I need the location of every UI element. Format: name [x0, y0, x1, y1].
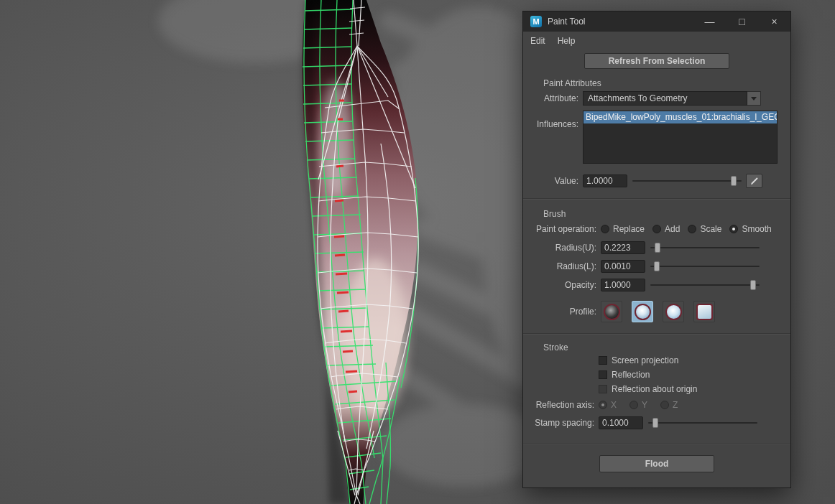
square-brush-icon — [696, 304, 713, 320]
reflection-label: Reflection — [612, 370, 650, 380]
radio-scale[interactable]: Scale — [688, 224, 721, 234]
reflection-about-origin-label: Reflection about origin — [612, 384, 697, 394]
window-title: Paint Tool — [548, 17, 585, 27]
opacity-slider[interactable] — [650, 279, 760, 291]
brush-profiles — [601, 301, 715, 322]
stamp-spacing-slider[interactable] — [648, 417, 757, 429]
value-input[interactable] — [583, 174, 627, 187]
maya-icon-letter: M — [532, 17, 539, 26]
value-label: Value: — [523, 176, 578, 186]
minimize-button[interactable]: — — [693, 11, 726, 32]
maximize-icon: □ — [739, 16, 744, 27]
screen-projection-row: Screen projection — [523, 353, 790, 368]
maya-app-icon: M — [530, 16, 542, 27]
radio-axis-x: X — [599, 400, 617, 410]
radio-replace[interactable]: Replace — [601, 224, 645, 234]
reflection-about-origin-row: Reflection about origin — [523, 382, 790, 396]
minimize-icon: — — [705, 16, 715, 27]
brush-profile-square-button[interactable] — [693, 301, 715, 322]
attribute-dropdown-button[interactable] — [747, 91, 761, 106]
attribute-dropdown[interactable]: Attachments To Geometry — [583, 91, 761, 106]
maya-application: M Paint Tool — □ × Edit Help Refresh Fro… — [0, 0, 835, 504]
value-row: Value: — [523, 171, 790, 191]
radius-u-row: Radius(U): — [523, 238, 790, 257]
replace-label: Replace — [613, 224, 645, 234]
reflection-axis-label: Reflection axis: — [523, 400, 594, 410]
opacity-input[interactable] — [601, 279, 645, 291]
reflection-axis-row: Reflection axis: X Y Z — [523, 396, 790, 414]
axis-z-label: Z — [673, 400, 678, 410]
attribute-dropdown-value: Attachments To Geometry — [583, 91, 747, 106]
list-item[interactable]: BipedMike_lowPoly_muscles_01:brachialis_… — [583, 111, 777, 123]
paint-tool-window: M Paint Tool — □ × Edit Help Refresh Fro… — [522, 11, 791, 488]
window-titlebar[interactable]: M Paint Tool — □ × — [523, 11, 790, 32]
add-label: Add — [665, 224, 680, 234]
reflection-row: Reflection — [523, 368, 790, 382]
radius-l-input[interactable] — [601, 260, 645, 273]
brush-profile-soft-falloff-button[interactable] — [601, 301, 622, 322]
close-icon: × — [771, 16, 777, 27]
section-separator — [523, 198, 790, 200]
radius-l-slider[interactable] — [650, 261, 760, 272]
radius-u-label: Radius(U): — [523, 243, 596, 253]
radio-axis-z: Z — [660, 400, 678, 410]
maximize-button[interactable]: □ — [726, 11, 758, 32]
pencil-icon — [749, 176, 760, 186]
section-paint-attributes-title: Paint Attributes — [523, 78, 790, 89]
menubar: Edit Help — [523, 32, 790, 50]
chevron-down-icon — [751, 97, 757, 101]
profile-row: Profile: — [523, 300, 790, 323]
section-brush-title: Brush — [523, 208, 790, 220]
stamp-spacing-label: Stamp spacing: — [523, 418, 594, 428]
soft-falloff-brush-icon — [604, 304, 620, 320]
reflection-checkbox[interactable] — [599, 370, 607, 379]
radius-l-row: Radius(L): — [523, 257, 790, 276]
axis-x-label: X — [611, 400, 617, 410]
menu-edit[interactable]: Edit — [530, 36, 545, 46]
radius-l-slider-handle[interactable] — [654, 261, 660, 271]
radius-u-slider-handle[interactable] — [655, 243, 660, 253]
screen-projection-checkbox[interactable] — [599, 356, 607, 365]
value-slider-handle[interactable] — [731, 176, 737, 186]
stamp-spacing-input[interactable] — [599, 416, 643, 429]
solid-brush-icon — [665, 304, 682, 320]
axis-z-radio-icon — [660, 401, 669, 409]
axis-x-radio-icon — [599, 401, 607, 409]
profile-label: Profile: — [523, 307, 596, 317]
value-slider[interactable] — [632, 175, 742, 187]
paint-operation-row: Paint operation: Replace Add Scale Smoot… — [523, 220, 790, 238]
refresh-from-selection-button[interactable]: Refresh From Selection — [584, 53, 729, 69]
smooth-label: Smooth — [742, 224, 771, 234]
close-button[interactable]: × — [758, 11, 790, 32]
gaussian-brush-icon — [635, 304, 651, 320]
section-stroke-title: Stroke — [523, 342, 790, 353]
scale-radio-icon[interactable] — [688, 225, 696, 233]
radio-smooth[interactable]: Smooth — [729, 224, 771, 234]
flood-button[interactable]: Flood — [599, 455, 714, 472]
attribute-label: Attribute: — [523, 93, 578, 103]
reflection-about-origin-checkbox — [599, 385, 607, 393]
stamp-spacing-slider-handle[interactable] — [652, 418, 658, 428]
radio-add[interactable]: Add — [652, 224, 680, 234]
scale-label: Scale — [700, 224, 721, 234]
axis-y-radio-icon — [629, 401, 638, 409]
stamp-spacing-row: Stamp spacing: — [523, 414, 790, 432]
influences-list[interactable]: BipedMike_lowPoly_muscles_01:brachialis_… — [583, 111, 778, 164]
section-separator — [523, 444, 790, 445]
add-radio-icon[interactable] — [652, 225, 661, 233]
opacity-row: Opacity: — [523, 276, 790, 294]
smooth-radio-icon[interactable] — [729, 225, 738, 233]
influences-row: Influences: BipedMike_lowPoly_muscles_01… — [523, 108, 790, 167]
value-pen-button[interactable] — [746, 174, 762, 188]
radius-u-slider[interactable] — [650, 242, 760, 253]
opacity-label: Opacity: — [523, 280, 596, 290]
radius-u-input[interactable] — [601, 241, 645, 254]
axis-y-label: Y — [642, 400, 647, 410]
brush-profile-solid-button[interactable] — [663, 301, 684, 322]
opacity-slider-handle[interactable] — [750, 280, 756, 290]
replace-radio-icon[interactable] — [601, 225, 609, 233]
influences-label: Influences: — [523, 119, 578, 129]
brush-profile-gaussian-button[interactable] — [632, 301, 653, 322]
menu-help[interactable]: Help — [558, 36, 576, 46]
paint-operation-label: Paint operation: — [523, 224, 596, 234]
